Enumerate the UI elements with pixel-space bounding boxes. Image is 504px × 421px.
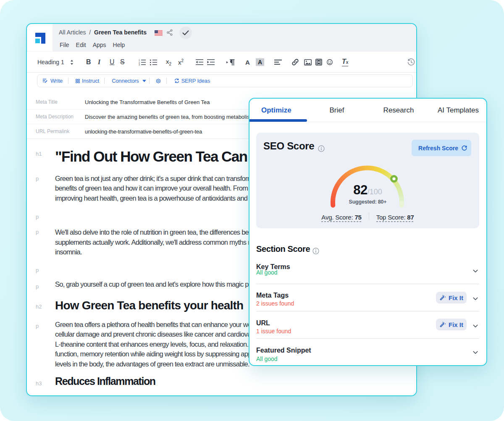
svg-text:A: A [258,59,262,65]
svg-text:3: 3 [139,63,140,65]
